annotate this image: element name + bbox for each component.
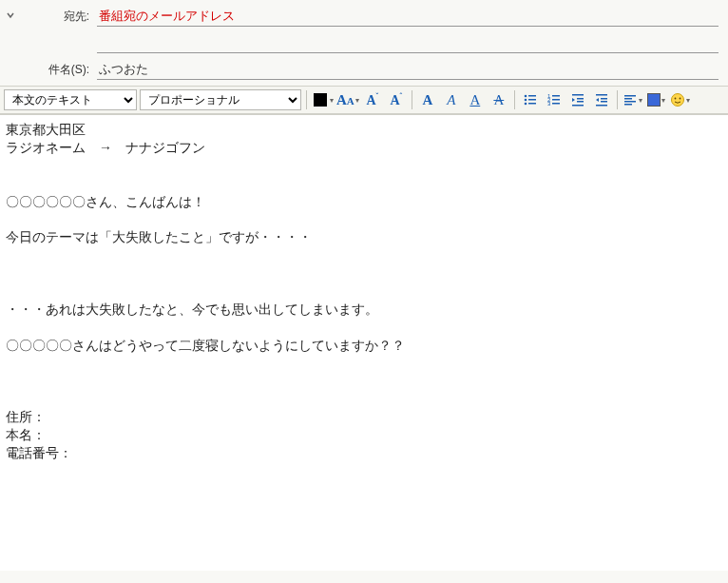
compose-header: 宛先: 件名(S): [0,0,728,86]
to-row: 宛先: [0,4,728,29]
outdent-button[interactable] [567,89,588,110]
svg-rect-12 [552,103,560,105]
bullet-list-button[interactable] [520,89,541,110]
subject-row: 件名(S): [0,57,728,82]
svg-point-25 [672,94,684,107]
svg-rect-14 [577,98,584,100]
svg-rect-0 [314,93,327,107]
svg-point-26 [675,98,677,100]
body-line [6,157,722,175]
highlight-color-button[interactable]: ▾ [646,89,667,110]
svg-point-5 [524,103,527,106]
font-size-button[interactable]: AA▾ [336,89,359,110]
body-line: 〇〇〇〇〇さんはどうやって二度寝しないようにしていますか？？ [6,337,722,355]
increase-font-button[interactable]: Aˆ [386,89,407,110]
bold-button[interactable]: A [417,89,438,110]
italic-button[interactable]: A [441,89,462,110]
body-line: ラジオネーム → ナナジゴフン [6,139,722,157]
svg-rect-19 [601,101,607,103]
svg-rect-21 [624,95,636,97]
separator [514,90,515,109]
svg-rect-10 [552,99,560,101]
to-label[interactable]: 宛先: [21,9,97,25]
message-body-editor[interactable]: 東京都大田区ラジオネーム → ナナジゴフン 〇〇〇〇〇〇さん、こんばんは！ 今日… [0,114,728,571]
svg-rect-20 [596,105,607,107]
svg-rect-17 [596,94,607,96]
body-line [6,319,722,337]
body-line: 東京都大田区 [6,121,722,139]
svg-rect-22 [624,98,632,100]
indent-button[interactable] [591,89,612,110]
body-line [6,246,722,264]
body-line: 本名： [6,426,722,444]
separator [306,90,307,109]
body-line: 〇〇〇〇〇〇さん、こんばんは！ [6,193,722,211]
body-line: 電話番号： [6,444,722,462]
to-input[interactable] [97,6,718,27]
subject-label: 件名(S): [21,62,97,78]
body-line [6,355,722,373]
svg-rect-6 [528,103,536,105]
separator [617,90,618,109]
body-line: 今日のテーマは「大失敗したこと」ですが・・・・ [6,228,722,246]
body-line: ・・・あれは大失敗したなと、今でも思い出してしまいます。 [6,301,722,319]
strikethrough-button[interactable]: A [489,89,509,110]
separator [412,90,412,109]
svg-text:3: 3 [547,101,551,107]
svg-rect-23 [624,101,636,103]
svg-point-27 [680,98,681,100]
svg-rect-8 [552,95,560,97]
format-toolbar: 本文のテキスト プロポーショナル ▾ AA▾ Aˇ Aˆ A A A A 123… [0,86,728,114]
body-line [6,264,722,282]
decrease-font-button[interactable]: Aˇ [362,89,383,110]
numbered-list-button[interactable]: 123 [544,89,565,110]
extra-recipient-row [0,30,728,55]
align-button[interactable]: ▾ [623,89,643,110]
expand-recipients-chevron[interactable] [0,10,21,23]
extra-recipient-input[interactable] [97,32,718,53]
font-family-select[interactable]: プロポーショナル [140,89,301,110]
svg-rect-18 [601,98,607,100]
svg-point-1 [524,95,527,98]
body-line: 住所： [6,408,722,426]
svg-rect-2 [528,95,536,97]
svg-point-3 [524,99,527,102]
body-line [6,210,722,228]
body-line [6,390,722,408]
body-line [6,175,722,193]
paragraph-format-select[interactable]: 本文のテキスト [4,89,137,110]
svg-rect-13 [572,94,584,96]
svg-rect-24 [624,104,632,106]
body-line [6,282,722,301]
svg-rect-15 [577,101,584,103]
emoji-button[interactable]: ▾ [670,89,691,110]
underline-button[interactable]: A [465,89,486,110]
font-color-button[interactable]: ▾ [312,89,334,110]
svg-rect-16 [572,105,584,107]
body-line [6,372,722,390]
subject-input[interactable] [97,59,718,80]
svg-rect-4 [528,99,536,101]
